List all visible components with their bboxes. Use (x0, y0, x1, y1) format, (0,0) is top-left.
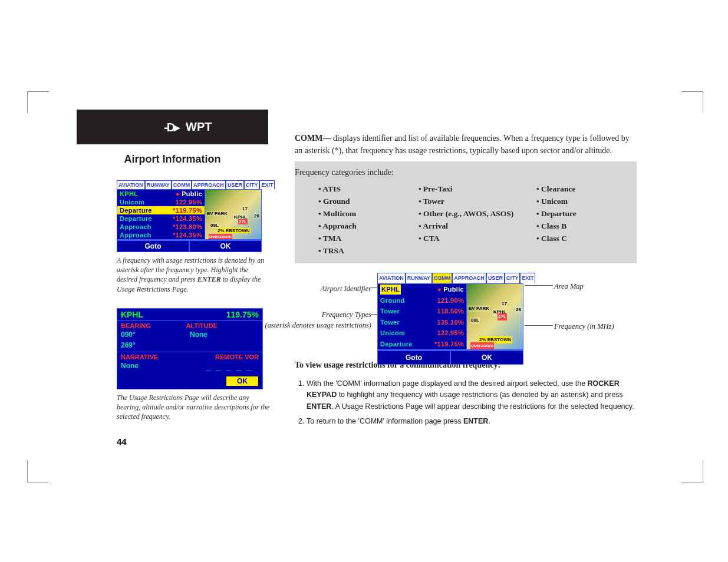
heading-bearing: BEARING (121, 322, 151, 329)
restrict-ident: KPHL (121, 310, 143, 319)
cat-item: Clearance (536, 183, 619, 196)
tab-aviation[interactable]: AVIATION (377, 273, 406, 284)
freq-value: *123.80% (173, 223, 202, 230)
procedure-steps: With the 'COMM' information page display… (295, 378, 637, 428)
gps-comm-page: AVIATION RUNWAY COMM APPROACH USER CITY … (377, 273, 523, 365)
freq-value: *124.35% (173, 232, 202, 239)
frequency-categories-box: Frequency categories include: ATIS Groun… (295, 161, 637, 263)
freq-type[interactable]: Tower (380, 306, 400, 316)
step-1: With the 'COMM' information page display… (307, 378, 637, 412)
freq-type[interactable]: Departure (380, 339, 413, 349)
freq-value: 121.90% (437, 296, 464, 306)
cat-item: Arrival (419, 220, 536, 233)
freq-type[interactable]: Approach (120, 223, 151, 230)
airport-identifier[interactable]: KPHL (380, 285, 401, 295)
direct-to-icon: -D▸ (164, 120, 179, 134)
section-title: Airport Information (77, 153, 268, 169)
value-bearing1: 090° (121, 330, 190, 339)
area-map[interactable]: EV PARK KPHL 17 26 09L 27L 2% EBSTOWN ov… (205, 190, 261, 239)
tab-aviation[interactable]: AVIATION (117, 180, 145, 189)
freq-value: *119.75% (173, 207, 202, 214)
ok-button[interactable]: OK (226, 376, 259, 386)
header-tab-label: WPT (186, 120, 212, 134)
figure-caption-1: A frequency with usage restrictions is d… (117, 256, 270, 294)
airport-class: Public (176, 190, 202, 197)
tab-runway[interactable]: RUNWAY (145, 180, 172, 189)
area-map[interactable]: EV PARK KPHL 17 26 09L 27L 2% EBSTOWN ov… (466, 284, 523, 349)
freq-value: *119.75% (434, 339, 464, 349)
freq-type[interactable]: Unicom (380, 328, 405, 338)
tab-city[interactable]: CITY (244, 180, 260, 189)
cat-item: Class C (536, 233, 619, 245)
tab-comm[interactable]: COMM (172, 180, 192, 189)
cat-item: TMA (318, 233, 419, 245)
gps-comm-page-highlighted: AVIATION RUNWAY COMM APPROACH USER CITY … (117, 180, 262, 252)
cat-item: Ground (318, 196, 419, 208)
callout-frequency-types: Frequency Types (asterisk denotes usage … (259, 309, 371, 332)
tab-user[interactable]: USER (486, 273, 505, 284)
tab-user[interactable]: USER (226, 180, 244, 189)
callout-frequency-mhz: Frequency (in MHz) (554, 321, 614, 332)
usage-restrictions-page: KPHL 119.75% BEARING ALTITUDE 090° None … (117, 308, 263, 389)
value-altitude: None (190, 330, 207, 339)
freq-value: 122.95% (437, 328, 464, 338)
step-2: To return to the 'COMM' information page… (307, 416, 637, 427)
gps-tab-row: AVIATION RUNWAY COMM APPROACH USER CITY … (377, 273, 523, 284)
annotated-gps-figure: Airport Identifier Frequency Types (aste… (295, 273, 637, 348)
cat-item: Tower (419, 196, 536, 208)
page-number: 44 (117, 437, 127, 447)
ok-button[interactable]: OK (450, 351, 523, 365)
cat-item: Other (e.g., AWOS, ASOS) (419, 208, 536, 220)
restrict-freq: 119.75% (226, 310, 259, 319)
cat-item: TRSA (318, 245, 419, 257)
cat-item: Pre-Taxi (419, 183, 536, 196)
freq-type[interactable]: Departure (120, 207, 152, 214)
goto-button[interactable]: Goto (117, 240, 189, 252)
value-narrative: None (121, 362, 139, 372)
value-remote-vor: _ _ _ _ _ (206, 362, 259, 372)
tab-comm[interactable]: COMM (432, 273, 453, 284)
freq-type[interactable]: Tower (380, 318, 400, 328)
cat-item: Departure (536, 208, 619, 220)
freq-value: *124.35% (173, 215, 202, 222)
tab-runway[interactable]: RUNWAY (406, 273, 432, 284)
goto-button[interactable]: Goto (377, 351, 450, 365)
heading-altitude: ALTITUDE (186, 322, 218, 329)
categories-intro: Frequency categories include: (295, 166, 637, 178)
figure-caption-2: The Usage Restrictions Page will describ… (117, 393, 270, 422)
freq-type[interactable]: Unicom (120, 199, 144, 206)
tab-exit[interactable]: EXIT (520, 273, 535, 284)
tab-approach[interactable]: APPROACH (192, 180, 226, 189)
airport-identifier: KPHL (120, 190, 138, 197)
freq-value: 122.95% (175, 199, 202, 206)
cat-item: CTA (419, 233, 536, 245)
cat-item: Approach (318, 220, 419, 233)
freq-value: 135.10% (437, 318, 464, 328)
airport-class: Public (437, 285, 464, 295)
gps-tab-row: AVIATION RUNWAY COMM APPROACH USER CITY … (117, 180, 262, 189)
heading-narrative: NARRATIVE (121, 353, 158, 361)
tab-exit[interactable]: EXIT (259, 180, 275, 189)
cat-item: Unicom (536, 196, 619, 208)
tab-city[interactable]: CITY (505, 273, 521, 284)
comm-description: COMM— displays identifier and list of av… (295, 132, 637, 157)
freq-type[interactable]: Departure (120, 215, 152, 222)
heading-remote-vor: REMOTE VOR (215, 353, 259, 361)
callout-area-map: Area Map (554, 281, 584, 292)
cat-item: ATIS (318, 183, 419, 196)
cat-item: Class B (536, 220, 619, 233)
freq-type[interactable]: Ground (380, 296, 405, 306)
freq-value: 118.50% (437, 306, 464, 316)
tab-approach[interactable]: APPROACH (452, 273, 486, 284)
freq-type[interactable]: Approach (120, 232, 151, 239)
header-bar: -D▸ WPT (77, 110, 268, 144)
value-bearing2: 269° (121, 341, 190, 349)
callout-airport-identifier: Airport Identifier (289, 283, 371, 295)
cat-item: Multicom (318, 208, 419, 220)
ok-button[interactable]: OK (189, 240, 262, 252)
